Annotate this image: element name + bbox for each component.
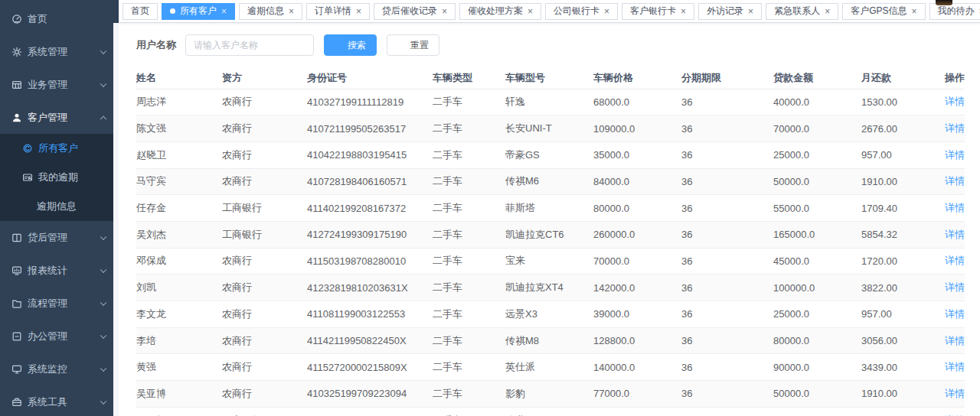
chevron-icon — [100, 332, 106, 338]
search-icon — [335, 41, 344, 50]
cell-installment_term: 36 — [681, 354, 773, 381]
sidebar-item-11[interactable]: 系统监控 — [0, 353, 119, 385]
cell-loan_amount: 25000.0 — [773, 141, 861, 168]
tab-label: 首页 — [131, 5, 149, 18]
cell-funder: 农商行 — [222, 141, 307, 168]
tab-4[interactable]: 贷后催收记录 × — [374, 3, 456, 20]
sidebar-item-3[interactable]: 客户管理 — [0, 101, 119, 134]
card-icon — [22, 172, 33, 183]
sidebar-item-label: 流程管理 — [28, 297, 67, 310]
tab-9[interactable]: 紧急联系人 × — [766, 3, 838, 20]
sidebar-item-7[interactable]: 贷后管理 — [0, 221, 119, 254]
column-header-installment_term: 分期期限 — [681, 68, 773, 89]
tab-label: 客户GPS信息 — [851, 5, 906, 18]
close-icon[interactable]: × — [911, 7, 916, 16]
cell-vehicle_price: 80000.0 — [593, 195, 681, 222]
tab-7[interactable]: 客户银行卡 × — [622, 3, 694, 20]
sidebar-item-5[interactable]: 我的逾期 — [0, 163, 119, 192]
cell-vehicle_model: 帝豪GS — [505, 141, 593, 168]
detail-link[interactable]: 详情 — [945, 255, 965, 266]
cell-loan_amount: 100000.0 — [773, 275, 861, 301]
sidebar-item-8[interactable]: 报表统计 — [0, 254, 119, 287]
sidebar-item-label: 系统工具 — [28, 395, 67, 409]
sidebar-item-10[interactable]: 办公管理 — [0, 320, 119, 353]
tab-6[interactable]: 公司银行卡 × — [545, 3, 618, 20]
cell-name: 邓保成 — [136, 248, 222, 275]
search-button[interactable]: 搜索 — [324, 34, 377, 56]
cell-monthly_payment: 1720.00 — [861, 248, 938, 275]
sidebar-item-12[interactable]: 系统工具 — [0, 385, 119, 416]
sidebar-item-1[interactable]: 系统管理 — [0, 35, 119, 68]
user-icon — [11, 112, 22, 123]
detail-link[interactable]: 详情 — [945, 388, 965, 399]
tab-3[interactable]: 订单详情 × — [306, 3, 370, 20]
cell-action: 详情 — [938, 354, 965, 381]
cell-monthly_payment: 2676.00 — [861, 115, 938, 142]
sidebar-scrollbar[interactable] — [113, 23, 119, 416]
cell-loan_amount: 90000.0 — [773, 354, 861, 381]
detail-link[interactable]: 详情 — [945, 175, 965, 187]
cell-action: 详情 — [938, 275, 965, 301]
tab-label: 我的待办 — [938, 5, 975, 18]
close-icon[interactable]: × — [221, 7, 227, 16]
sidebar-item-6[interactable]: 逾期信息 — [0, 192, 119, 221]
tab-1[interactable]: 所有客户 × — [162, 3, 235, 20]
close-icon[interactable]: × — [356, 7, 361, 16]
tab-2[interactable]: 逾期信息 × — [239, 3, 302, 20]
close-icon[interactable]: × — [681, 7, 686, 16]
sidebar-item-9[interactable]: 流程管理 — [0, 287, 119, 320]
sidebar-item-label: 系统管理 — [28, 45, 67, 59]
chevron-icon — [100, 233, 106, 239]
detail-link[interactable]: 详情 — [945, 202, 965, 213]
cell-action: 详情 — [938, 168, 965, 195]
detail-link[interactable]: 详情 — [945, 149, 965, 161]
tab-label: 贷后催收记录 — [382, 5, 437, 18]
cell-monthly_payment: 1530.00 — [861, 89, 938, 115]
tab-label: 外访记录 — [707, 5, 743, 18]
sidebar-menu: 首页 系统管理 业务管理 客户管理 所有客户 我的逾期 逾期信息 贷后管理 报表… — [0, 0, 119, 416]
sidebar-item-label: 业务管理 — [28, 78, 67, 92]
column-header-action: 操作 — [938, 68, 965, 89]
detail-link[interactable]: 详情 — [945, 122, 965, 134]
close-icon[interactable]: × — [289, 7, 294, 16]
tab-10[interactable]: 客户GPS信息 × — [842, 3, 925, 20]
table-row-7: 刘凯农商行41232819810203631X二手车凯迪拉克XT4142000.… — [136, 275, 965, 301]
cell-name: 吴亚博 — [136, 381, 222, 408]
close-icon[interactable]: × — [528, 7, 533, 16]
sidebar-item-4[interactable]: 所有客户 — [0, 134, 119, 163]
detail-link[interactable]: 详情 — [945, 308, 965, 320]
tab-8[interactable]: 外访记录 × — [698, 3, 762, 20]
tab-0[interactable]: 首页 — [122, 3, 158, 20]
detail-link[interactable]: 详情 — [945, 361, 965, 372]
cell-funder: 农商行 — [222, 275, 307, 301]
reset-button[interactable]: 重置 — [387, 34, 439, 56]
cell-loan_amount: 25000.0 — [773, 301, 861, 328]
cell-vehicle_type: 二手车 — [433, 248, 505, 275]
detail-link[interactable]: 详情 — [945, 229, 965, 240]
search-input[interactable] — [185, 34, 314, 56]
cell-vehicle_type: 二手车 — [433, 221, 505, 248]
close-icon[interactable]: × — [748, 7, 753, 16]
tab-5[interactable]: 催收处理方案 × — [459, 3, 541, 20]
tab-bar: 首页 所有客户 × 逾期信息 × 订单详情 × 贷后催收记录 × 催收处理方案 … — [119, 0, 980, 23]
table-row-9: 李培农商行41142119950822450X二手车传祺M8128800.036… — [136, 327, 965, 354]
close-icon[interactable]: × — [604, 7, 609, 16]
chevron-icon — [100, 80, 106, 86]
cell-installment_term: 36 — [681, 248, 773, 275]
detail-link[interactable]: 详情 — [945, 96, 965, 107]
cell-installment_term: 36 — [681, 301, 773, 328]
table-row-10: 黄强农商行41152720000215809X二手车英仕派140000.0369… — [136, 354, 965, 381]
cell-funder: 农商行 — [222, 327, 307, 354]
cell-monthly_payment: 3822.00 — [861, 275, 938, 301]
close-icon[interactable]: × — [825, 7, 830, 16]
sidebar-item-2[interactable]: 业务管理 — [0, 68, 119, 101]
table-row-0: 周志洋农商行410327199111112819二手车轩逸68000.03640… — [136, 89, 965, 115]
sidebar-item-0[interactable]: 首页 — [0, 2, 119, 35]
cell-id_number: 411402199208167372 — [307, 195, 433, 222]
tab-label: 公司银行卡 — [554, 5, 599, 18]
cell-vehicle_model: 英仕派 — [505, 354, 593, 381]
detail-link[interactable]: 详情 — [945, 335, 965, 346]
close-icon[interactable]: × — [442, 7, 447, 16]
detail-link[interactable]: 详情 — [945, 281, 965, 293]
cell-loan_amount: 50000.0 — [773, 168, 861, 195]
